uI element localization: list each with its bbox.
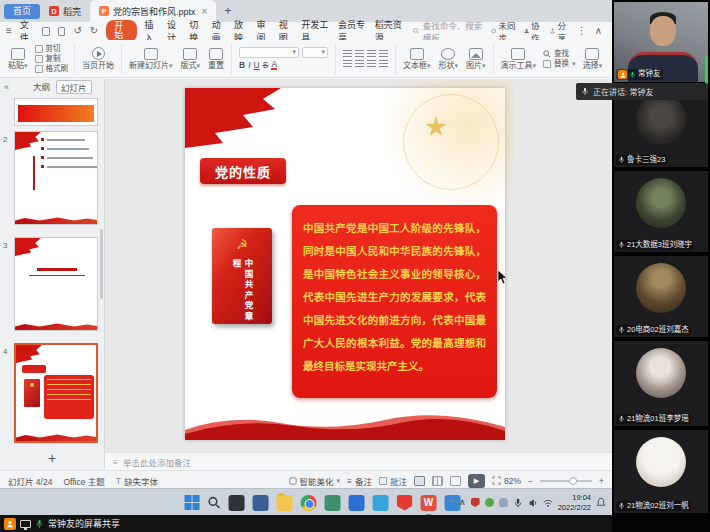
file-explorer-icon[interactable] — [277, 495, 293, 511]
shapes-button[interactable]: 形状▾ — [435, 48, 463, 70]
comments-toggle[interactable]: 批注 — [379, 475, 407, 487]
participant-tile[interactable]: 常钟友 — [613, 1, 709, 83]
tray-mic-icon[interactable] — [513, 498, 523, 508]
bold-button[interactable]: B — [239, 61, 245, 70]
home-tab[interactable]: 首页 — [4, 4, 40, 19]
cut-button[interactable]: 剪切 — [35, 45, 69, 53]
tab-slides[interactable]: 幻灯片 — [56, 80, 92, 94]
taskbar-search-icon[interactable] — [208, 496, 221, 509]
layout-button[interactable]: 版式▾ — [177, 48, 205, 70]
tab-start[interactable]: 开始 — [106, 20, 136, 42]
missing-font-warning[interactable]: T 缺失字体 — [116, 475, 158, 487]
slide-editor[interactable]: 党的性质 ☭ 中国共产党章程 中国共产党是中国工人阶级的先锋队，同时是中国人民和… — [105, 79, 612, 452]
line-spacing-icon[interactable] — [367, 60, 376, 68]
add-slide-button[interactable]: + — [48, 450, 56, 466]
play-from-current-button[interactable]: 当页开始 — [78, 47, 118, 70]
slide-thumbnail-1[interactable] — [14, 98, 98, 126]
participant-tile[interactable]: 21大数据3班刘晓宇 — [613, 170, 709, 253]
copy-button[interactable]: 复制 — [35, 55, 69, 63]
edge-icon[interactable] — [373, 495, 389, 511]
zoom-level[interactable]: 82% — [492, 476, 521, 486]
app-icon-green[interactable] — [325, 495, 341, 511]
font-name-select[interactable]: ▾ — [239, 47, 299, 58]
undo-icon[interactable]: ↺ — [73, 26, 81, 36]
app-icon-phone-link[interactable] — [253, 495, 269, 511]
zoom-in-button[interactable]: + — [599, 476, 604, 486]
mic-icon — [618, 241, 625, 249]
font-color-button[interactable]: A — [271, 60, 277, 71]
replace-button[interactable]: 替换▾ — [543, 60, 576, 68]
chrome-icon[interactable] — [301, 495, 317, 511]
start-button[interactable] — [185, 495, 200, 510]
mic-icon — [618, 415, 625, 423]
format-painter-button[interactable]: 格式刷 — [35, 65, 69, 73]
collapse-panel-icon[interactable]: « — [4, 82, 9, 92]
slide-thumbnail-3[interactable] — [14, 237, 98, 331]
hamburger-icon[interactable]: ≡ — [6, 26, 12, 36]
tray-cloud-icon[interactable] — [499, 498, 508, 507]
tray-shield-icon[interactable] — [471, 498, 480, 507]
paste-button[interactable]: 粘贴▾ — [4, 48, 32, 70]
notes-toggle[interactable]: ≡ 备注 — [347, 475, 372, 487]
tray-network-icon[interactable] — [543, 498, 553, 508]
print-icon[interactable] — [58, 27, 66, 36]
justify-icon[interactable] — [343, 60, 352, 68]
redo-icon[interactable]: ↻ — [90, 26, 98, 36]
align-center-icon[interactable] — [355, 50, 364, 58]
docer-tab[interactable]: D 稻壳 — [40, 0, 90, 22]
select-button[interactable]: 选择▾ — [579, 48, 607, 70]
normal-view-icon[interactable] — [414, 476, 425, 486]
reset-button[interactable]: 重置 — [204, 48, 228, 70]
italic-button[interactable]: I — [248, 61, 250, 70]
tray-expand-icon[interactable]: ∧ — [459, 498, 466, 507]
align-left-icon[interactable] — [343, 50, 352, 58]
panel-scrollbar[interactable] — [100, 229, 103, 299]
wps-taskbar-icon[interactable]: W — [421, 495, 437, 511]
bullets-icon[interactable] — [379, 50, 388, 58]
slide-title[interactable]: 党的性质 — [200, 158, 286, 184]
presentation-tools-button[interactable]: 演示工具▾ — [497, 48, 541, 70]
zoom-slider-knob[interactable] — [569, 477, 577, 485]
reading-view-icon[interactable] — [450, 476, 461, 486]
notes-bar[interactable]: ≡ 单击此处添加备注 — [105, 452, 612, 470]
collapse-ribbon-icon[interactable]: ∧ — [595, 26, 602, 36]
new-tab-button[interactable]: + — [216, 4, 239, 18]
slide-canvas[interactable]: 党的性质 ☭ 中国共产党章程 中国共产党是中国工人阶级的先锋队，同时是中国人民和… — [185, 88, 505, 440]
antivirus-shield-icon[interactable] — [397, 495, 413, 511]
slide-thumbnail-2[interactable] — [14, 131, 98, 225]
numbering-icon[interactable] — [355, 60, 364, 68]
save-icon[interactable] — [42, 27, 50, 36]
app-icon-blue[interactable] — [349, 495, 365, 511]
participant-name-row: 21大数据3班刘晓宇 — [616, 240, 694, 250]
picture-button[interactable]: 图片▾ — [462, 48, 490, 70]
font-size-select[interactable]: ▾ — [302, 47, 328, 58]
clock[interactable]: 19:04 2022/2/22 — [558, 493, 591, 512]
tray-leaf-icon[interactable] — [485, 498, 494, 507]
participant-tile[interactable]: 21物流02班刘一帆 — [613, 429, 709, 514]
align-right-icon[interactable] — [367, 50, 376, 58]
tab-outline[interactable]: 大纲 — [33, 80, 50, 94]
close-tab-icon[interactable]: × — [202, 6, 208, 17]
slide-thumbnail-4-selected[interactable] — [14, 343, 98, 443]
underline-button[interactable]: U — [254, 61, 260, 70]
app-icon-dark[interactable] — [229, 495, 245, 511]
slide-number: 2 — [3, 135, 7, 144]
strikethrough-button[interactable]: S — [263, 61, 269, 70]
slide-body-textbox[interactable]: 中国共产党是中国工人阶级的先锋队，同时是中国人民和中华民族的先锋队，是中国特色社… — [292, 205, 497, 398]
party-constitution-book[interactable]: ☭ 中国共产党章程 — [212, 228, 272, 324]
more-icon[interactable]: ⋮ — [577, 26, 587, 36]
new-slide-button[interactable]: 新建幻灯片▾ — [125, 48, 177, 70]
zoom-out-button[interactable]: − — [528, 476, 533, 486]
notification-bell-icon[interactable] — [596, 497, 606, 508]
zoom-slider[interactable] — [540, 480, 592, 482]
slideshow-play-button[interactable]: ▶ — [468, 474, 485, 488]
find-button[interactable]: 查找 — [543, 50, 576, 58]
participant-tile[interactable]: 20电商02班刘嘉杰 — [613, 255, 709, 338]
textbox-button[interactable]: 文本框▾ — [399, 48, 435, 70]
tray-volume-icon[interactable] — [528, 498, 538, 508]
theme-label[interactable]: Office 主题 — [63, 475, 104, 487]
participant-tile[interactable]: 21物流01班李梦瑶 — [613, 340, 709, 427]
indent-icon[interactable] — [379, 60, 388, 68]
slide-sorter-view-icon[interactable] — [432, 476, 443, 486]
beautify-button[interactable]: 智能美化▾ — [289, 475, 341, 487]
